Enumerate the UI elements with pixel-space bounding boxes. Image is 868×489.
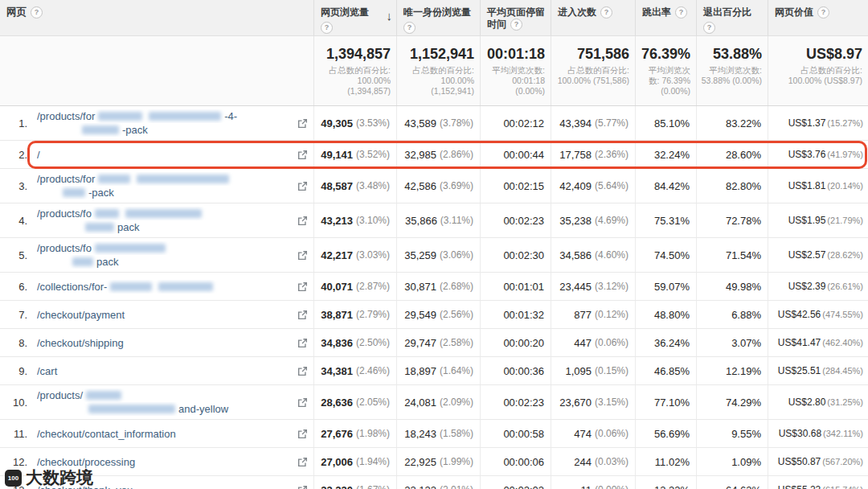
summary-subtext: 占总数的百分比: 100.00% (1,394,857) [317, 65, 391, 97]
pageviews-cell-percent: (3.03%) [356, 249, 390, 261]
bounce-rate-cell-value: 56.69% [654, 428, 690, 440]
page-path-link[interactable]: -pack [37, 123, 292, 137]
help-icon[interactable]: ? [510, 18, 522, 31]
row-number: 6. [6, 281, 27, 293]
open-in-new-icon[interactable] [298, 119, 307, 128]
page-cell: 6./collections/for- [0, 273, 313, 300]
column-header-page[interactable]: 网页? [0, 0, 313, 35]
page-path-link[interactable]: -pack [37, 186, 292, 199]
open-in-new-icon[interactable] [298, 398, 307, 407]
help-icon[interactable]: ? [321, 22, 333, 34]
unique-pageviews-cell-percent: (2.56%) [440, 309, 473, 320]
help-icon[interactable]: ? [403, 22, 416, 34]
bounce-rate-cell: 11.02% [635, 448, 696, 475]
column-header-page-value[interactable]: 网页价值? [768, 0, 868, 35]
page-path-text: -4- [224, 109, 237, 123]
avg-time-cell: 00:00:58 [480, 420, 551, 447]
open-in-new-icon[interactable] [298, 150, 307, 159]
help-icon[interactable]: ? [817, 6, 829, 18]
page-value-cell-percent: (20.14%) [827, 181, 863, 191]
page-value-cell: US$25.51(284.45%) [768, 357, 868, 384]
bounce-rate-cell-value: 11.02% [655, 456, 690, 468]
pageviews-cell: 49,141(3.52%) [313, 141, 396, 168]
unique-pageviews-cell-value: 24,081 [404, 397, 436, 409]
unique-pageviews-cell-percent: (3.69%) [440, 180, 473, 191]
open-in-new-icon[interactable] [298, 367, 307, 376]
page-path-link[interactable]: /products/fo [37, 241, 292, 255]
page-path-link[interactable]: /products/ [37, 388, 292, 402]
open-in-new-icon[interactable] [298, 251, 307, 260]
table-row: 7./checkout/payment38,871(2.79%)29,549(2… [0, 301, 868, 329]
entrances-cell: 474(0.06%) [551, 420, 635, 447]
avg-time-cell: 00:00:44 [480, 141, 551, 168]
page-path-link[interactable]: / [37, 148, 292, 162]
exit-percent-cell-value: 49.98% [726, 281, 761, 293]
summary-subtext: 占总数的百分比: 100.00% (US$8.97) [771, 65, 862, 86]
summary-value: 00:01:18 [483, 46, 545, 63]
unique-pageviews-cell-percent: (2.68%) [440, 281, 473, 292]
column-header-avg-time-on-page[interactable]: 平均页面停留时间? [480, 0, 551, 35]
page-path-link[interactable]: /checkout/shipping [37, 336, 292, 350]
entrances-cell: 35,238(4.69%) [551, 203, 635, 237]
help-icon[interactable]: ? [31, 6, 43, 18]
avg-time-cell: 00:00:06 [480, 448, 551, 475]
page-path-link[interactable]: /products/for-4- [37, 109, 292, 123]
bounce-rate-cell: 75.31% [635, 203, 696, 237]
entrances-cell-percent: (2.36%) [595, 149, 628, 160]
open-in-new-icon[interactable] [298, 282, 307, 291]
avg-time-cell: 00:01:32 [480, 301, 551, 328]
pageviews-cell: 23,230(1.67%) [313, 476, 396, 489]
exit-percent-cell-value: 28.60% [726, 149, 761, 161]
pageviews-cell-value: 49,141 [321, 149, 353, 161]
unique-pageviews-cell-percent: (3.78%) [440, 117, 473, 129]
avg-time-cell-value: 00:02:23 [503, 215, 544, 227]
page-value-cell-value: US$2.57 [788, 249, 826, 261]
entrances-cell-percent: (4.69%) [595, 215, 628, 226]
sort-descending-icon[interactable]: ↓ [387, 10, 393, 22]
column-header-exit-percent[interactable]: 退出百分比? [696, 0, 768, 35]
help-icon[interactable]: ? [600, 6, 612, 18]
unique-pageviews-cell-percent: (2.09%) [440, 397, 473, 408]
page-path-link[interactable]: and-yellow [37, 402, 292, 416]
open-in-new-icon[interactable] [298, 458, 307, 466]
page-path-link[interactable]: /checkout/payment [37, 308, 292, 322]
column-header-pageviews[interactable]: 网页浏览量? ↓ [313, 0, 396, 35]
help-icon[interactable]: ? [703, 22, 715, 34]
page-path-link[interactable]: /cart [37, 364, 292, 378]
pageviews-cell-value: 43,213 [321, 215, 353, 227]
bounce-rate-cell: 36.24% [635, 329, 696, 356]
unique-pageviews-cell-percent: (2.58%) [440, 337, 473, 348]
column-header-entrances[interactable]: 进入次数? [551, 0, 635, 35]
unique-pageviews-cell-value: 30,871 [404, 281, 436, 293]
column-header-unique-pageviews[interactable]: 唯一身份浏览量? [396, 0, 480, 35]
exit-percent-cell: 1.09% [696, 448, 768, 475]
row-number: 10. [6, 397, 27, 409]
page-path: /checkout/contact_information [37, 427, 292, 441]
open-in-new-icon[interactable] [298, 429, 307, 438]
open-in-new-icon[interactable] [298, 486, 307, 489]
page-path-link[interactable]: pack [37, 255, 292, 269]
column-header-bounce-rate[interactable]: 跳出率? [635, 0, 696, 35]
page-path-link[interactable]: /checkout/contact_information [37, 427, 292, 441]
page-path-link[interactable]: /collections/for- [37, 280, 292, 294]
pageviews-cell-value: 34,836 [321, 337, 353, 349]
open-in-new-icon[interactable] [298, 182, 307, 191]
redacted-text [98, 175, 130, 183]
open-in-new-icon[interactable] [298, 339, 307, 347]
redacted-text [72, 257, 93, 266]
page-path-link[interactable]: pack [37, 220, 292, 234]
column-label: 跳出率 [642, 6, 671, 18]
page-value-cell: US$3.76(41.97%) [768, 141, 868, 168]
avg-time-cell-value: 00:02:12 [503, 117, 544, 129]
help-icon[interactable]: ? [675, 6, 687, 18]
avg-time-cell-value: 00:00:58 [503, 428, 544, 440]
page-path-link[interactable]: /products/fo [37, 207, 292, 220]
page-path-link[interactable]: /products/for [37, 172, 292, 186]
page-value-cell-percent: (615.74%) [822, 485, 863, 489]
table-row: 1./products/for-4--pack49,305(3.53%)43,5… [0, 106, 868, 141]
page-cell: 3./products/for-pack [0, 169, 313, 203]
open-in-new-icon[interactable] [298, 310, 307, 319]
avg-time-cell: 00:02:30 [480, 238, 551, 272]
open-in-new-icon[interactable] [298, 216, 307, 225]
pageviews-cell-value: 48,587 [321, 180, 353, 192]
